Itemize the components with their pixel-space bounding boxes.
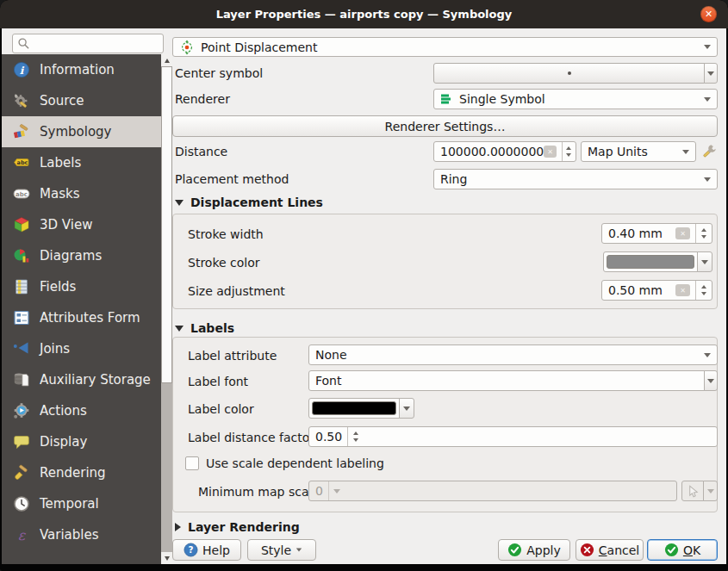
sidebar-item-fields[interactable]: Fields xyxy=(2,271,161,302)
sidebar-item-label: Display xyxy=(40,434,87,450)
label-attribute-select[interactable]: None xyxy=(308,344,718,365)
chevron-down-icon xyxy=(707,71,714,76)
stroke-width-value: 0.40 mm xyxy=(608,227,663,240)
sidebar-item-label: Attributes Form xyxy=(40,310,140,326)
style-button[interactable]: Style xyxy=(247,539,316,561)
spin-buttons[interactable] xyxy=(562,142,576,161)
sidebar-item-label: Rendering xyxy=(40,465,106,481)
svg-text:ε: ε xyxy=(18,527,27,543)
sidebar-item-label: Auxiliary Storage xyxy=(40,372,151,388)
symbology-type-select[interactable]: Point Displacement xyxy=(172,37,718,57)
cancel-label: Cancel xyxy=(599,543,639,557)
sidebar-item-masks[interactable]: abcMasks xyxy=(2,178,161,209)
label-color-button[interactable] xyxy=(308,398,400,419)
close-button[interactable]: ✕ xyxy=(700,6,717,22)
size-adjustment-label: Size adjustment xyxy=(188,284,285,298)
chevron-down-icon xyxy=(707,489,714,493)
titlebar[interactable]: Layer Properties — airports copy — Symbo… xyxy=(0,0,728,28)
form-icon xyxy=(13,309,30,326)
label-attribute-label: Label attribute xyxy=(188,349,277,363)
label-font-value: Font xyxy=(315,374,341,388)
sidebar-item-label: Actions xyxy=(40,403,87,419)
rendering-icon xyxy=(13,464,30,481)
stroke-color-button[interactable] xyxy=(603,251,698,272)
size-adjustment-spinbox[interactable]: 0.50 mm ✕ xyxy=(601,280,712,301)
scroll-down-arrow[interactable] xyxy=(161,552,172,564)
spin-buttons[interactable] xyxy=(695,224,712,243)
center-symbol-button[interactable] xyxy=(433,63,705,84)
cancel-button[interactable]: Cancel xyxy=(576,539,644,561)
chevron-down-icon xyxy=(403,407,410,411)
map-cursor-icon xyxy=(686,484,700,499)
chevron-down-icon xyxy=(707,379,714,383)
minimum-map-scale-label: Minimum map scale xyxy=(198,485,320,499)
sidebar-item-joins[interactable]: Joins xyxy=(2,333,161,364)
label-font-dropdown-button[interactable] xyxy=(704,370,718,391)
sidebar-item-source[interactable]: Source xyxy=(2,85,161,116)
scrollbar-thumb[interactable] xyxy=(161,66,172,383)
sidebar-item-variables[interactable]: εVariables xyxy=(2,519,161,550)
stroke-color-label: Stroke color xyxy=(188,256,260,270)
label-font-label: Label font xyxy=(188,375,248,388)
svg-text:?: ? xyxy=(189,544,194,555)
displacement-lines-group-header[interactable]: Displacement Lines xyxy=(175,196,323,209)
apply-button[interactable]: Apply xyxy=(498,539,570,561)
minimum-map-scale-select[interactable]: 0 xyxy=(308,481,677,501)
clear-icon[interactable]: ✕ xyxy=(675,284,690,296)
scale-dependent-checkbox[interactable] xyxy=(185,456,199,470)
sidebar-item-temporal[interactable]: Temporal xyxy=(2,488,161,519)
help-button[interactable]: ? Help xyxy=(172,539,241,561)
info-icon: i xyxy=(13,61,30,78)
renderer-settings-button[interactable]: Renderer Settings… xyxy=(172,115,718,137)
sidebar-item-diagrams[interactable]: Diagrams xyxy=(2,240,161,271)
sidebar-item-labels[interactable]: abcLabels xyxy=(2,147,161,178)
center-symbol-dropdown-button[interactable] xyxy=(704,63,718,84)
sidebar-item-label: Information xyxy=(40,62,115,78)
ok-button[interactable]: OK xyxy=(647,539,718,561)
apply-label: Apply xyxy=(526,543,561,557)
clear-icon[interactable]: ✕ xyxy=(675,227,690,239)
sidebar-item-information[interactable]: iInformation xyxy=(2,54,161,85)
sidebar-item-auxiliary-storage[interactable]: Auxiliary Storage xyxy=(2,364,161,395)
label-color-dropdown-button[interactable] xyxy=(399,398,414,419)
stroke-width-spinbox[interactable]: 0.40 mm ✕ xyxy=(601,223,712,244)
renderer-select[interactable]: Single Symbol xyxy=(433,89,718,109)
clear-icon[interactable]: ✕ xyxy=(544,146,556,158)
layer-properties-dialog: Layer Properties — airports copy — Symbo… xyxy=(0,0,728,571)
distance-label: Distance xyxy=(175,145,227,158)
sidebar-item-attributes-form[interactable]: Attributes Form xyxy=(2,302,161,333)
scale-dependent-label: Use scale dependent labeling xyxy=(206,456,384,470)
distance-value: 100000.0000000 xyxy=(440,145,544,158)
dialog-content: iInformationSourceSymbologyabcLabelsabcM… xyxy=(2,28,726,564)
sidebar-item-3d-view[interactable]: 3D View xyxy=(2,209,161,240)
data-defined-override-button[interactable] xyxy=(700,143,719,160)
sidebar-item-label: Fields xyxy=(40,279,76,295)
layer-rendering-group-header[interactable]: Layer Rendering xyxy=(175,520,300,534)
spin-buttons[interactable] xyxy=(347,427,364,446)
label-distance-factor-spinbox[interactable]: 0.50 xyxy=(308,426,718,447)
distance-spinbox[interactable]: 100000.0000000 ✕ xyxy=(433,141,576,162)
style-label: Style xyxy=(261,543,291,557)
temporal-icon xyxy=(13,495,30,512)
masks-icon: abc xyxy=(13,185,30,202)
sidebar-item-display[interactable]: Display xyxy=(2,426,161,457)
svg-text:abc: abc xyxy=(17,159,28,166)
spin-buttons[interactable] xyxy=(695,281,712,300)
stroke-color-dropdown-button[interactable] xyxy=(697,251,712,272)
sidebar-scrollbar[interactable] xyxy=(161,54,172,564)
labels-group-header[interactable]: Labels xyxy=(175,321,234,335)
center-symbol-preview-dot xyxy=(568,71,571,75)
sidebar-item-label: Labels xyxy=(40,155,81,171)
ok-label: OK xyxy=(683,543,700,557)
distance-unit-select[interactable]: Map Units xyxy=(581,141,696,162)
display-icon xyxy=(13,433,30,450)
sidebar-item-actions[interactable]: Actions xyxy=(2,395,161,426)
scroll-up-arrow[interactable] xyxy=(161,54,172,66)
search-input[interactable] xyxy=(12,34,164,53)
canvas-scale-dropdown-button[interactable] xyxy=(703,481,718,501)
label-font-field[interactable]: Font xyxy=(308,370,705,391)
set-to-canvas-scale-button[interactable] xyxy=(681,481,704,501)
sidebar-item-symbology[interactable]: Symbology xyxy=(2,116,161,147)
placement-method-select[interactable]: Ring xyxy=(433,169,718,189)
sidebar-item-rendering[interactable]: Rendering xyxy=(2,457,161,488)
